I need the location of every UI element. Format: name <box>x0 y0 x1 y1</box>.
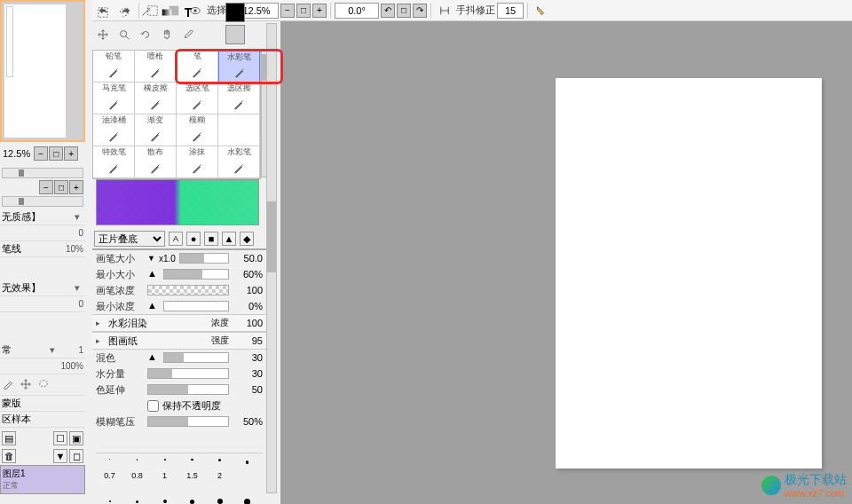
rect-select-icon[interactable] <box>92 3 114 22</box>
rotate-tool-icon[interactable] <box>135 25 156 44</box>
spread-slider[interactable] <box>147 384 229 395</box>
prop-mask[interactable]: 蒙版 <box>0 396 85 412</box>
brush-dropdown-button[interactable] <box>532 2 551 20</box>
size-preset[interactable]: 2 <box>206 453 233 485</box>
new-layer-icon[interactable]: ☐ <box>53 431 67 445</box>
brush-size-slider[interactable] <box>179 253 229 264</box>
brush-smudge[interactable]: 涂抹 <box>177 146 218 178</box>
keep-opacity-checkbox[interactable] <box>147 400 159 412</box>
move-tool-icon[interactable] <box>92 25 114 44</box>
aa-button[interactable]: A <box>169 232 183 246</box>
prop-normal[interactable]: 常 ▾ 1 <box>0 343 85 358</box>
zoom-out-button[interactable]: − <box>280 4 295 18</box>
merge-icon[interactable]: ▼ <box>53 449 67 463</box>
shape-custom-button[interactable]: ◆ <box>240 232 254 246</box>
size-preset[interactable] <box>151 485 178 504</box>
brush-icon[interactable] <box>2 378 14 392</box>
size-preset[interactable]: 1.5 <box>178 453 206 485</box>
rotate-ccw-button[interactable]: ↶ <box>381 4 395 18</box>
brush-pen[interactable]: 笔 <box>177 51 218 83</box>
nav-zoom-in[interactable]: + <box>64 146 78 161</box>
brush-gradient[interactable]: 渐变 <box>135 114 177 146</box>
size-preset[interactable] <box>206 485 233 504</box>
mix-slider[interactable] <box>163 352 229 363</box>
min-density-slider[interactable] <box>163 301 229 311</box>
brush-fx[interactable]: 特效笔 <box>93 146 135 178</box>
size-preset[interactable] <box>96 485 123 504</box>
rotate-reset-button[interactable]: □ <box>397 4 411 18</box>
chevron-down-icon[interactable]: ▼ <box>147 254 155 263</box>
brush-selpen[interactable]: 选区笔 <box>177 83 218 114</box>
water-slider[interactable] <box>147 368 229 379</box>
size-preset[interactable] <box>178 485 206 504</box>
paper-section[interactable]: ▸ 图画纸 强度 95 <box>92 332 266 350</box>
nav-slider-1[interactable] <box>2 168 83 178</box>
new-group-icon[interactable]: ▣ <box>69 431 83 445</box>
nav-btn-3[interactable]: + <box>69 180 83 194</box>
size-preset[interactable] <box>123 485 151 504</box>
clear-icon[interactable]: ◻ <box>69 449 83 463</box>
rotate-cw-button[interactable]: ↷ <box>413 4 427 18</box>
canvas-page[interactable] <box>556 78 822 469</box>
brush-seleraser[interactable]: 选区擦 <box>218 83 260 114</box>
nav-zoom-fit[interactable]: □ <box>49 146 63 161</box>
brush-bucket[interactable]: 油漆桶 <box>93 114 135 146</box>
zoom-fit-button[interactable]: □ <box>296 4 311 18</box>
shape-circle-button[interactable]: ● <box>186 232 201 246</box>
stabilizer-input[interactable] <box>497 3 524 19</box>
nav-btn-1[interactable]: − <box>39 180 53 194</box>
zoom-in-button[interactable]: + <box>312 4 327 18</box>
rotation-input[interactable] <box>335 3 379 19</box>
brush-eraser[interactable]: 橡皮擦 <box>135 83 177 114</box>
brush-blur[interactable]: 模糊 <box>177 114 218 146</box>
nav-slider-2[interactable] <box>2 196 83 207</box>
density-slider[interactable] <box>147 285 229 295</box>
nav-zoom-out[interactable]: − <box>34 146 48 161</box>
background-color[interactable] <box>225 25 245 44</box>
flip-h-button[interactable] <box>435 2 454 20</box>
move-icon[interactable] <box>20 378 32 392</box>
layer-item[interactable]: 图层1 正常 <box>0 465 85 494</box>
gradient-icon[interactable] <box>156 3 178 22</box>
hand-tool-icon[interactable] <box>156 25 178 44</box>
prop-line[interactable]: 笔线 10% <box>0 241 85 257</box>
dot-icon <box>190 500 194 504</box>
layer-stack-icon[interactable]: ▤ <box>2 431 16 445</box>
prop-sample[interactable]: 区样本 <box>0 412 85 428</box>
size-preset[interactable]: 0.8 <box>123 453 151 485</box>
zoom-tool-icon[interactable] <box>114 25 135 44</box>
navigator-canvas[interactable] <box>4 4 66 138</box>
lasso-icon[interactable] <box>37 378 50 392</box>
text-icon[interactable]: T <box>178 3 199 22</box>
blur-pressure-slider[interactable] <box>147 416 229 427</box>
size-preset[interactable]: 1 <box>151 453 178 485</box>
trash-icon[interactable]: 🗑 <box>2 449 16 463</box>
canvas-viewport[interactable] <box>280 21 852 504</box>
magic-wand-icon[interactable] <box>135 3 156 22</box>
brush-scatter[interactable]: 散布 <box>135 146 177 178</box>
min-size-slider[interactable] <box>163 269 229 280</box>
pressure-icon[interactable]: ▲ <box>147 351 160 364</box>
shape-square-button[interactable]: ■ <box>204 232 218 246</box>
brush-marker[interactable]: 马克笔 <box>93 83 135 114</box>
brush-airbrush[interactable]: 喷枪 <box>135 51 177 83</box>
brush-pencil[interactable]: 铅笔 <box>93 51 135 83</box>
settings-scrollbar[interactable] <box>266 23 277 493</box>
nav-btn-2[interactable]: □ <box>54 180 68 194</box>
eyedropper-icon[interactable] <box>178 25 199 44</box>
prop-effect[interactable]: 无效果】 ▾ <box>0 280 85 296</box>
size-preset[interactable] <box>233 485 261 504</box>
size-preset[interactable] <box>233 453 261 485</box>
shape-tri-button[interactable]: ▲ <box>222 232 236 246</box>
bleed-section[interactable]: ▸ 水彩泪染 浓度 100 <box>92 314 266 332</box>
foreground-color[interactable] <box>225 3 245 22</box>
prop-texture[interactable]: 无质感】 ▾ <box>0 209 85 225</box>
size-preset[interactable]: 0.7 <box>96 453 123 485</box>
brush-watercolor[interactable]: 水彩笔 <box>218 51 260 83</box>
lasso-select-icon[interactable] <box>114 3 135 22</box>
brush-empty[interactable] <box>218 114 260 146</box>
pressure-icon[interactable]: ▲ <box>147 268 160 280</box>
blend-mode-select[interactable]: 正片叠底 <box>94 231 165 247</box>
brush-watercolor2[interactable]: 水彩笔 <box>218 146 260 178</box>
pressure-icon[interactable]: ▲ <box>147 300 160 312</box>
